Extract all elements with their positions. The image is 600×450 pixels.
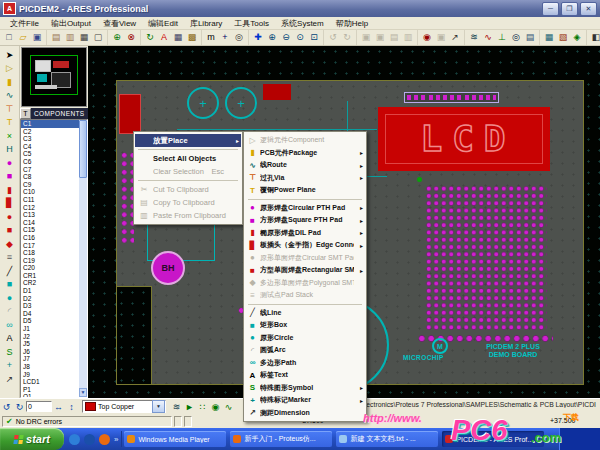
scrollbar-down-icon[interactable]: ▼ bbox=[79, 388, 87, 397]
ratsnest-mode-icon[interactable]: ≋ bbox=[170, 400, 183, 413]
component-list-item[interactable]: J6 bbox=[21, 348, 79, 356]
zoom-area-icon[interactable]: ⊡ bbox=[307, 31, 321, 44]
component-list-item[interactable]: J5 bbox=[21, 340, 79, 348]
layer-selector[interactable]: Top Copper ▼ bbox=[82, 400, 166, 413]
circle-tool-icon[interactable]: ● bbox=[2, 291, 18, 305]
component-list-item[interactable]: C6 bbox=[21, 158, 79, 166]
circular-smt-pad-tool-icon[interactable]: ● bbox=[2, 210, 18, 224]
submenu-square-pth-pad[interactable]: ■方形焊盘Square PTH Pad▸ bbox=[245, 214, 365, 227]
component-list-item[interactable]: C1 bbox=[21, 120, 79, 128]
square-pth-pad-tool-icon[interactable]: ■ bbox=[2, 170, 18, 184]
submenu-package[interactable]: ▮PCB元件Package▸ bbox=[245, 147, 365, 160]
padstack-tool-icon[interactable]: ≡ bbox=[2, 251, 18, 265]
ie-icon[interactable] bbox=[69, 434, 80, 445]
line-tool-icon[interactable]: ╱ bbox=[2, 264, 18, 278]
menu-clear-selection[interactable]: Clear SelectionEsc bbox=[135, 165, 241, 178]
marker-tool-icon[interactable]: + bbox=[2, 359, 18, 373]
menu-place[interactable]: 放置Place▸ bbox=[135, 134, 241, 147]
set-environment-icon[interactable]: ↗ bbox=[448, 31, 462, 44]
submenu-box[interactable]: ■矩形Box bbox=[245, 319, 365, 332]
scrollbar-thumb[interactable] bbox=[79, 120, 87, 178]
component-list-item[interactable]: P1 bbox=[21, 386, 79, 394]
gerber-view-icon[interactable]: ▧ bbox=[556, 31, 570, 44]
component-list-item[interactable]: D1 bbox=[21, 287, 79, 295]
submenu-line[interactable]: ╱线Line bbox=[245, 307, 365, 320]
auto-place-icon[interactable]: ⊥ bbox=[495, 31, 509, 44]
rotate-cw-icon[interactable]: ↻ bbox=[13, 400, 26, 413]
track-mode-icon[interactable]: ∿ bbox=[222, 400, 235, 413]
menu-system[interactable]: 系统System bbox=[275, 18, 330, 29]
component-list-item[interactable]: C3 bbox=[21, 135, 79, 143]
component-list-item[interactable]: J8 bbox=[21, 363, 79, 371]
export-region-icon[interactable]: ▥ bbox=[63, 31, 77, 44]
component-list-item[interactable]: C16 bbox=[21, 234, 79, 242]
component-list-item[interactable]: C13 bbox=[21, 211, 79, 219]
submenu-edge-connector[interactable]: ▊板插头（金手指）Edge Connector▸ bbox=[245, 239, 365, 252]
cursor-coords-icon[interactable]: ◎ bbox=[232, 31, 246, 44]
toggle-components-button[interactable]: T bbox=[20, 108, 31, 119]
submenu-poly-smt-pad[interactable]: ◆多边形单面焊盘Polygonal SMT Pad bbox=[245, 277, 365, 290]
menu-cut[interactable]: ✂Cut To Clipboard bbox=[135, 183, 241, 196]
route-tool-icon[interactable]: ∿ bbox=[2, 89, 18, 103]
via-tool-icon[interactable]: ⊤ bbox=[2, 102, 18, 116]
redraw-icon[interactable]: ↻ bbox=[143, 31, 157, 44]
component-list-item[interactable]: C18 bbox=[21, 249, 79, 257]
task-wmp[interactable]: Windows Media Player bbox=[124, 431, 226, 447]
rotation-input[interactable] bbox=[26, 401, 52, 412]
component-list-item[interactable]: C9 bbox=[21, 181, 79, 189]
dimension-tool-icon[interactable]: ↗ bbox=[2, 372, 18, 386]
poly-smt-pad-tool-icon[interactable]: ◆ bbox=[2, 237, 18, 251]
menu-edit[interactable]: 编辑Edit bbox=[142, 18, 184, 29]
component-list-item[interactable]: C10 bbox=[21, 188, 79, 196]
drc-report-icon[interactable]: ▤ bbox=[523, 31, 537, 44]
round-pth-pad-tool-icon[interactable]: ● bbox=[2, 156, 18, 170]
symbol-tool-icon[interactable]: S bbox=[2, 345, 18, 359]
submenu-arc[interactable]: ◜圆弧Arc bbox=[245, 344, 365, 357]
component-list-item[interactable]: C14 bbox=[21, 219, 79, 227]
submenu-circular-smt-pad[interactable]: ●原形单面焊盘Circular SMT Pad bbox=[245, 252, 365, 265]
scatter-icon[interactable]: ∷ bbox=[196, 400, 209, 413]
rotate-ccw-icon[interactable]: ↺ bbox=[0, 400, 13, 413]
firefox-icon[interactable] bbox=[99, 434, 110, 445]
force-vectors-icon[interactable]: ∿ bbox=[481, 31, 495, 44]
zoom-in-icon[interactable]: ⊕ bbox=[265, 31, 279, 44]
submenu-circle[interactable]: ●原形Circle bbox=[245, 332, 365, 345]
flip-vertical-icon[interactable]: ↕ bbox=[65, 400, 78, 413]
component-list-item[interactable]: LCD1 bbox=[21, 378, 79, 386]
find-tag-icon[interactable]: ⊕ bbox=[110, 31, 124, 44]
edge-connector-tool-icon[interactable]: ▊ bbox=[2, 197, 18, 211]
layer-colors-icon[interactable]: ▩ bbox=[185, 31, 199, 44]
arc-tool-icon[interactable]: ◜ bbox=[2, 305, 18, 319]
quick-launch-chevron-icon[interactable]: » bbox=[114, 435, 118, 444]
package-tool-icon[interactable]: ▮ bbox=[2, 75, 18, 89]
save-file-icon[interactable]: ▣ bbox=[30, 31, 44, 44]
search-select-icon[interactable]: ◎ bbox=[509, 31, 523, 44]
zoom-all-icon[interactable]: ⊙ bbox=[293, 31, 307, 44]
origin-icon[interactable]: + bbox=[218, 31, 232, 44]
task-firefox[interactable]: 新手入门 - Proteus仿... bbox=[230, 431, 332, 447]
connectivity-tool-icon[interactable]: H bbox=[2, 143, 18, 157]
pick-device-icon[interactable]: ◉ bbox=[420, 31, 434, 44]
flip-horizontal-icon[interactable]: ↔ bbox=[52, 400, 65, 413]
component-list-item[interactable]: J2 bbox=[21, 333, 79, 341]
component-list-item[interactable]: CR1 bbox=[21, 272, 79, 280]
via-select-icon[interactable]: ◉ bbox=[209, 400, 222, 413]
menu-output[interactable]: 输出Output bbox=[45, 18, 97, 29]
auto-router-icon[interactable]: ◧ bbox=[589, 31, 600, 44]
menu-tools[interactable]: 工具Tools bbox=[228, 18, 275, 29]
component-list-item[interactable]: D4 bbox=[21, 310, 79, 318]
component-tool-icon[interactable]: ▷ bbox=[2, 62, 18, 76]
menu-select-all[interactable]: Select All Objects bbox=[135, 152, 241, 165]
component-list-item[interactable]: C11 bbox=[21, 196, 79, 204]
import-region-icon[interactable]: ▤ bbox=[49, 31, 63, 44]
submenu-pad-stack[interactable]: ≡测试点Pad Stack bbox=[245, 289, 365, 302]
component-list-item[interactable]: Q1 bbox=[21, 393, 79, 397]
selector-tool-icon[interactable]: ➤ bbox=[2, 48, 18, 62]
export-image-icon[interactable]: ◈ bbox=[570, 31, 584, 44]
menu-library[interactable]: 库Library bbox=[184, 18, 228, 29]
maximize-button[interactable]: ❐ bbox=[561, 2, 578, 16]
ratsnest-icon[interactable]: ≋ bbox=[467, 31, 481, 44]
component-list-item[interactable]: C19 bbox=[21, 257, 79, 265]
rect-smt-pad-tool-icon[interactable]: ■ bbox=[2, 224, 18, 238]
submenu-dimension[interactable]: ↗测距Dimension bbox=[245, 407, 365, 420]
